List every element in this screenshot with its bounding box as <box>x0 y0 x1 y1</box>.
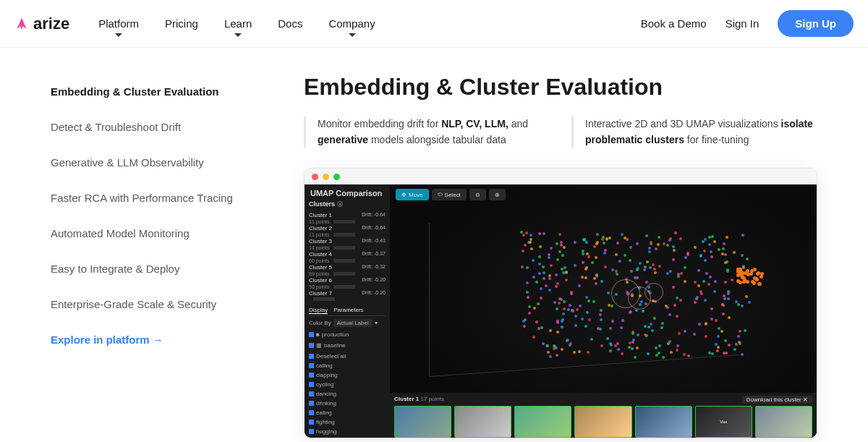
main: Embedding & Cluster Evaluation Detect & … <box>0 48 868 442</box>
strip-sub: 17 points <box>420 396 443 402</box>
cluster-row[interactable]: Cluster 5Drift: -0.32 <box>309 263 386 271</box>
sidebar-item-integrate[interactable]: Easy to Integrate & Deploy <box>51 251 260 286</box>
cluster-row[interactable]: Cluster 3Drift: -0.43 <box>309 237 386 245</box>
nav-company[interactable]: Company <box>328 17 375 30</box>
header: arize Platform Pricing Learn Docs Compan… <box>0 0 868 48</box>
points-layer <box>396 202 811 394</box>
sidebar-item-drift[interactable]: Detect & Troubleshoot Drift <box>51 109 260 145</box>
legend-item[interactable]: hugging <box>309 427 386 436</box>
explore-link[interactable]: Explore in platform → <box>51 322 260 357</box>
select-button[interactable]: ⬭ Select <box>432 189 467 200</box>
checkbox-icon <box>309 332 314 337</box>
maximize-dot-icon <box>333 174 340 180</box>
thumb[interactable] <box>394 406 451 438</box>
legend-item[interactable]: dancing <box>309 389 386 399</box>
panel-left: Clustersi Cluster 1Drift: -0.6411 points… <box>305 184 390 438</box>
legend-list: Deselect all calling clapping cycling da… <box>309 352 386 438</box>
sidebar-item-enterprise[interactable]: Enterprise-Grade Scale & Security <box>51 286 260 322</box>
colorby-label: Color By <box>309 320 331 326</box>
logo[interactable]: arize <box>14 14 69 33</box>
sign-up-button[interactable]: Sign Up <box>778 10 854 37</box>
download-cluster-button[interactable]: Download this cluster ✕ <box>742 396 812 404</box>
nav-learn[interactable]: Learn <box>224 17 252 30</box>
thumb[interactable] <box>574 406 631 438</box>
strip-title: Cluster 1 17 points <box>394 396 444 404</box>
cluster-row[interactable]: Cluster 7Drift: -0.20 <box>309 289 386 297</box>
move-button[interactable]: ✥ Move <box>396 189 429 200</box>
checkbox-icon <box>309 391 314 396</box>
thumb[interactable]: Vox <box>695 406 752 438</box>
checkbox-icon <box>309 401 314 406</box>
checkbox-icon <box>309 382 314 387</box>
sidebar-item-embedding[interactable]: Embedding & Cluster Evaluation <box>51 74 260 109</box>
sidebar-item-monitoring[interactable]: Automated Model Monitoring <box>51 216 260 251</box>
sign-in-link[interactable]: Sign In <box>726 17 760 30</box>
cluster-sub: 89 points <box>309 271 386 276</box>
legend-item[interactable]: Deselect all <box>309 352 386 361</box>
cluster-row[interactable]: Cluster 2Drift: -0.64 <box>309 224 386 232</box>
info-icon[interactable]: i <box>337 201 343 207</box>
desc-bold: NLP, CV, LLM, <box>441 118 509 129</box>
legend-item[interactable]: cycling <box>309 380 386 389</box>
header-right: Book a Demo Sign In Sign Up <box>641 10 854 37</box>
thumb[interactable] <box>635 406 692 438</box>
cluster-sub: 11 points <box>309 232 386 237</box>
legend-item[interactable]: fighting <box>309 417 386 427</box>
legend-item[interactable]: calling <box>309 361 386 370</box>
cluster-sub: 50 points <box>309 284 386 289</box>
zoom-out-button[interactable]: ⊖ <box>469 189 486 200</box>
tab-display[interactable]: Display <box>309 307 328 314</box>
nav: Platform Pricing Learn Docs Company <box>98 17 375 30</box>
nav-pricing[interactable]: Pricing <box>165 17 198 30</box>
nav-platform[interactable]: Platform <box>98 17 139 30</box>
bottom-strip: Cluster 1 17 points Download this cluste… <box>390 393 817 438</box>
checkbox-icon <box>309 343 314 348</box>
cluster-row[interactable]: Cluster 4Drift: -0.37 <box>309 250 386 258</box>
colorby-select[interactable]: Actual Label <box>333 319 373 327</box>
minimize-dot-icon <box>323 174 329 180</box>
book-demo-link[interactable]: Book a Demo <box>641 17 707 30</box>
desc-col-2: Interactive 2D and 3D UMAP visualization… <box>571 116 817 148</box>
desc-text: Monitor embedding drift for <box>318 118 441 129</box>
window-chrome <box>305 169 817 184</box>
cluster-sub: 11 points <box>309 219 386 224</box>
umap-viz[interactable]: ✥ Move ⬭ Select ⊖ ⊕ Cluster 1 17 points … <box>390 184 817 438</box>
legend-label: production <box>322 331 349 338</box>
tab-parameters[interactable]: Parameters <box>333 307 363 314</box>
legend-item[interactable]: clapping <box>309 370 386 380</box>
legend-baseline[interactable]: ▦ baseline <box>309 341 386 350</box>
content: Embedding & Cluster Evaluation Monitor e… <box>304 74 817 438</box>
cluster-sub: 60 points <box>309 258 386 263</box>
thumb[interactable] <box>755 406 812 438</box>
nav-docs[interactable]: Docs <box>278 17 302 30</box>
legend-production[interactable]: ■ production <box>309 330 386 339</box>
desc-text: for fine-tuning <box>684 134 749 145</box>
cluster-row[interactable]: Cluster 1Drift: -0.64 <box>309 211 386 219</box>
cluster-list: Cluster 1Drift: -0.6411 pointsCluster 2D… <box>309 211 386 301</box>
desc-col-1: Monitor embedding drift for NLP, CV, LLM… <box>304 116 550 148</box>
header-left: arize Platform Pricing Learn Docs Compan… <box>14 14 375 33</box>
cluster-sub <box>309 297 386 301</box>
viz-toolbar: ✥ Move ⬭ Select ⊖ ⊕ <box>396 189 506 200</box>
app-title: UMAP Comparison <box>310 189 382 197</box>
legend-item[interactable]: drinking <box>309 399 386 408</box>
desc-text: and <box>509 118 528 129</box>
page-title: Embedding & Cluster Evaluation <box>304 74 817 101</box>
move-label: Move <box>409 192 423 198</box>
legend-item[interactable]: laughing <box>309 436 386 438</box>
app-umap: UMAP Comparison ✕ Close Clustersi Cluste… <box>305 184 817 438</box>
desc-text: Interactive 2D and 3D UMAP visualization… <box>585 118 781 129</box>
thumbs: Vox <box>394 406 812 438</box>
cluster-row[interactable]: Cluster 6Drift: -0.20 <box>309 276 386 284</box>
thumb[interactable] <box>454 406 511 438</box>
thumb[interactable] <box>514 406 571 438</box>
sidebar-item-llm[interactable]: Generative & LLM Observability <box>51 145 260 180</box>
checkbox-icon <box>309 354 314 359</box>
desc-row: Monitor embedding drift for NLP, CV, LLM… <box>304 116 817 148</box>
legend-item[interactable]: eating <box>309 408 386 417</box>
clusters-label: Clusters <box>309 200 335 208</box>
zoom-in-button[interactable]: ⊕ <box>489 189 506 200</box>
chevron-down-icon: ▾ <box>375 320 378 326</box>
close-dot-icon <box>312 174 318 180</box>
sidebar-item-rca[interactable]: Faster RCA with Performance Tracing <box>51 180 260 216</box>
